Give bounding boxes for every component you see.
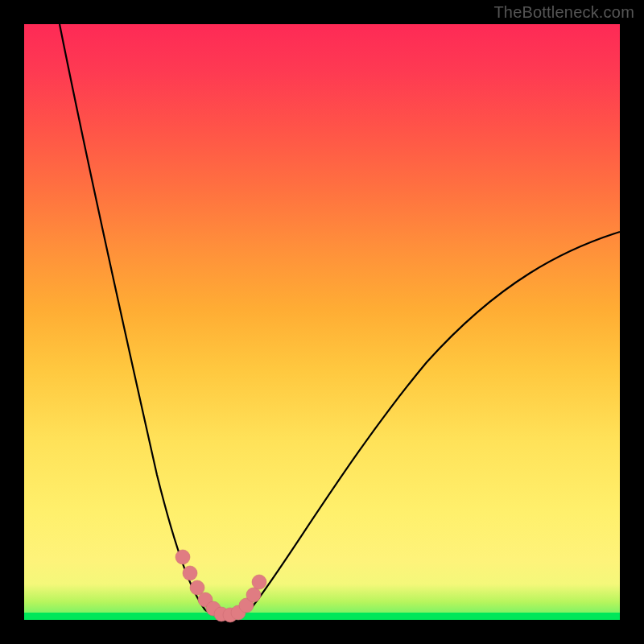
bottleneck-curve: [60, 24, 620, 615]
dot: [175, 550, 190, 564]
curve-layer: [24, 24, 620, 620]
dot: [190, 580, 204, 595]
watermark-text: TheBottleneck.com: [493, 3, 634, 22]
dot: [246, 588, 261, 602]
plot-area: [24, 24, 620, 620]
curve-left-branch: [60, 24, 205, 610]
dot: [252, 575, 266, 589]
chart-frame: TheBottleneck.com: [0, 0, 644, 644]
highlight-dots: [175, 550, 266, 622]
dot: [183, 566, 197, 580]
curve-right-branch: [250, 232, 620, 610]
